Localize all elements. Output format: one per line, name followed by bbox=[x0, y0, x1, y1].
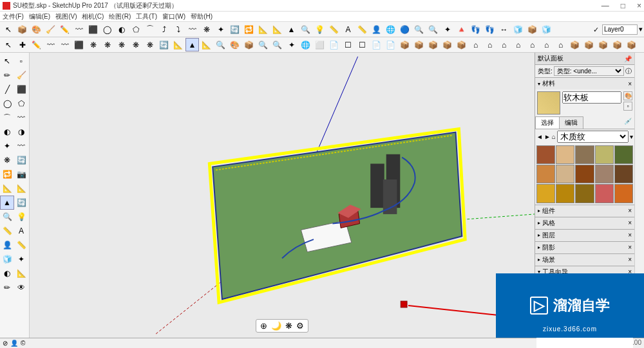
toolbar1-btn-19[interactable]: 📐 bbox=[270, 23, 284, 36]
toolbar2-btn-10[interactable]: ❋ bbox=[143, 38, 156, 51]
toolbar1-btn-4[interactable]: ✏️ bbox=[58, 23, 71, 36]
section-close-icon[interactable]: × bbox=[628, 207, 632, 214]
toolbar2-btn-13[interactable]: ▲ bbox=[185, 38, 199, 51]
left-tool-5-1[interactable]: ◑ bbox=[14, 125, 28, 139]
left-tool-2-0[interactable]: ╱ bbox=[0, 82, 14, 96]
toolbar2-btn-17[interactable]: 📦 bbox=[242, 38, 256, 51]
toolbar2-btn-4[interactable]: 〰 bbox=[58, 38, 71, 51]
toolbar2-btn-25[interactable]: ☐ bbox=[355, 38, 369, 51]
section-close-icon[interactable]: × bbox=[628, 219, 632, 226]
layer-combo-input[interactable] bbox=[602, 24, 638, 35]
section-close-icon[interactable]: × bbox=[628, 244, 632, 251]
toolbar2-btn-42[interactable]: 📦 bbox=[596, 38, 610, 51]
material-item-5[interactable] bbox=[536, 165, 555, 183]
left-tool-0-1[interactable]: ▫ bbox=[14, 54, 28, 68]
material-item-14[interactable] bbox=[614, 184, 633, 203]
materials-header[interactable]: ▾ 材料 × bbox=[535, 78, 634, 89]
toolbar2-btn-9[interactable]: ❋ bbox=[129, 38, 142, 51]
material-swatch[interactable] bbox=[537, 91, 560, 114]
toolbar1-btn-25[interactable]: 📏 bbox=[355, 23, 369, 36]
toolbar2-btn-37[interactable]: ⌂ bbox=[526, 38, 539, 51]
menu-camera[interactable]: 相机(C) bbox=[82, 12, 104, 21]
nav-back-icon[interactable]: ◄ bbox=[536, 133, 543, 140]
toolbar2-btn-40[interactable]: 📦 bbox=[568, 38, 582, 51]
material-item-8[interactable] bbox=[595, 165, 614, 183]
toolbar1-btn-9[interactable]: ⬠ bbox=[129, 23, 142, 36]
entity-type-select[interactable]: 类型: <unde... bbox=[554, 66, 624, 76]
left-tool-16-1[interactable]: 👁 bbox=[14, 280, 28, 295]
toolbar2-btn-41[interactable]: 📦 bbox=[582, 38, 596, 51]
material-item-7[interactable] bbox=[575, 165, 594, 183]
menu-tools[interactable]: 工具(T) bbox=[136, 12, 157, 21]
status-geo-icon[interactable]: ⊘ bbox=[3, 340, 8, 347]
toolbar2-btn-3[interactable]: 〰 bbox=[44, 38, 57, 51]
left-tool-8-0[interactable]: 🔁 bbox=[0, 167, 14, 181]
layer-visible-check[interactable]: ✓ bbox=[593, 26, 601, 33]
left-tool-4-0[interactable]: ⌒ bbox=[0, 111, 14, 125]
left-tool-4-1[interactable]: 〰 bbox=[14, 111, 28, 125]
section-close-icon[interactable]: × bbox=[628, 232, 632, 239]
toolbar2-btn-6[interactable]: ❋ bbox=[86, 38, 100, 51]
panel-section-2[interactable]: ▸图层× bbox=[535, 229, 634, 241]
viewport[interactable]: ⊕ 🌙 ❋ ⚙ bbox=[30, 53, 535, 338]
left-tool-12-0[interactable]: 📏 bbox=[0, 224, 14, 238]
toolbar2-btn-34[interactable]: ⌂ bbox=[483, 38, 497, 51]
toolbar2-btn-14[interactable]: 📐 bbox=[200, 38, 213, 51]
toolbar2-btn-18[interactable]: 🔍 bbox=[256, 38, 270, 51]
nav-home-icon[interactable]: ⌂ bbox=[552, 133, 556, 140]
material-item-6[interactable] bbox=[556, 165, 574, 183]
toolbar1-btn-18[interactable]: 📐 bbox=[256, 23, 270, 36]
toolbar1-btn-22[interactable]: 💡 bbox=[313, 23, 327, 36]
toolbar2-btn-43[interactable]: 📦 bbox=[611, 38, 624, 51]
toolbar1-btn-36[interactable]: 🧊 bbox=[511, 23, 525, 36]
toolbar1-btn-38[interactable]: 🧊 bbox=[540, 23, 553, 36]
toolbar1-btn-26[interactable]: 👤 bbox=[370, 23, 383, 36]
toolbar1-btn-15[interactable]: ✦ bbox=[214, 23, 227, 36]
toolbar2-btn-32[interactable]: 📦 bbox=[455, 38, 468, 51]
nav-fwd-icon[interactable]: ► bbox=[544, 133, 551, 140]
toolbar2-btn-8[interactable]: ❋ bbox=[115, 38, 128, 51]
left-tool-10-0[interactable]: ▲ bbox=[0, 196, 14, 210]
left-tool-0-0[interactable]: ↖ bbox=[0, 54, 14, 68]
close-button[interactable]: × bbox=[637, 1, 641, 10]
panel-section-4[interactable]: ▸场景× bbox=[535, 253, 634, 266]
section-close-icon[interactable]: × bbox=[628, 256, 632, 263]
view-btn-1[interactable]: ⊕ bbox=[260, 321, 267, 331]
toolbar2-btn-21[interactable]: 🌐 bbox=[299, 38, 312, 51]
material-item-2[interactable] bbox=[575, 145, 594, 164]
menu-help[interactable]: 帮助(H) bbox=[191, 12, 213, 21]
left-tool-12-1[interactable]: A bbox=[14, 224, 28, 238]
toolbar2-btn-38[interactable]: ⌂ bbox=[540, 38, 553, 51]
toolbar2-btn-39[interactable]: ⌂ bbox=[554, 38, 567, 51]
section-close-icon[interactable]: × bbox=[628, 80, 632, 87]
toolbar2-btn-2[interactable]: ✏️ bbox=[30, 38, 43, 51]
pin-icon[interactable]: 📌 bbox=[624, 55, 632, 62]
left-tool-14-1[interactable]: ✦ bbox=[14, 252, 28, 266]
toolbar1-btn-10[interactable]: ⌒ bbox=[143, 23, 156, 36]
left-tool-6-1[interactable]: 〰 bbox=[14, 139, 28, 153]
layer-dropdown-icon[interactable]: ▾ bbox=[639, 25, 643, 33]
toolbar1-btn-24[interactable]: A bbox=[341, 23, 355, 36]
toolbar1-btn-17[interactable]: 🔁 bbox=[242, 23, 256, 36]
view-btn-3[interactable]: ❋ bbox=[285, 321, 292, 331]
create-material-icon[interactable]: 🎨 bbox=[623, 91, 632, 100]
toolbar2-btn-0[interactable]: ↖ bbox=[1, 38, 15, 51]
maximize-button[interactable]: □ bbox=[621, 1, 625, 10]
toolbar2-btn-15[interactable]: 🔍 bbox=[214, 38, 227, 51]
toolbar2-btn-26[interactable]: 📄 bbox=[370, 38, 383, 51]
left-tool-9-0[interactable]: 📐 bbox=[0, 181, 14, 196]
left-tool-6-0[interactable]: ✦ bbox=[0, 139, 14, 153]
status-credit-icon[interactable]: © bbox=[21, 340, 25, 347]
panel-section-1[interactable]: ▸风格× bbox=[535, 217, 634, 229]
toolbar1-btn-30[interactable]: 🔍 bbox=[426, 23, 440, 36]
toolbar2-btn-1[interactable]: ✚ bbox=[15, 38, 29, 51]
toolbar1-btn-16[interactable]: 🔄 bbox=[228, 23, 242, 36]
toolbar1-btn-33[interactable]: 👣 bbox=[469, 23, 482, 36]
toolbar1-btn-34[interactable]: 👣 bbox=[483, 23, 497, 36]
left-tool-11-0[interactable]: 🔍 bbox=[0, 210, 14, 224]
toolbar1-btn-37[interactable]: 📦 bbox=[526, 23, 539, 36]
toolbar1-btn-32[interactable]: 🔺 bbox=[455, 23, 468, 36]
toolbar2-btn-11[interactable]: 🔄 bbox=[157, 38, 171, 51]
material-item-9[interactable] bbox=[614, 165, 633, 183]
toolbar1-btn-0[interactable]: ↖ bbox=[1, 23, 15, 36]
